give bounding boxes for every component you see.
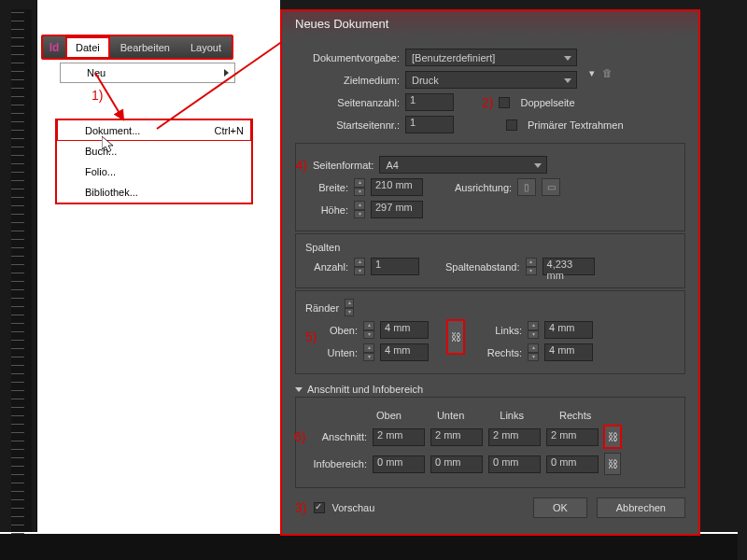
submenu-item-shortcut: Ctrl+N (215, 125, 244, 136)
chevron-down-icon (295, 387, 303, 392)
format-dropdown[interactable]: A4 (379, 156, 547, 174)
delete-preset-icon[interactable]: 🗑 (602, 67, 613, 79)
primary-frame-checkbox[interactable] (506, 119, 517, 131)
annotation-6: 6) (294, 429, 305, 444)
margin-top-input[interactable]: 4 mm (380, 321, 429, 339)
startpage-label: Startseitennr.: (295, 119, 400, 131)
slug-label: Infobereich: (305, 458, 367, 469)
ok-button[interactable]: OK (533, 497, 587, 518)
annotation-5: 5) (305, 329, 317, 344)
bleed-section-toggle[interactable]: Anschnitt und Infobereich (295, 384, 685, 395)
menubar: Id Datei Bearbeiten Layout (41, 35, 233, 60)
submenu-item-label: Dokument... (85, 125, 140, 136)
cancel-button[interactable]: Abbrechen (597, 497, 685, 518)
width-stepper[interactable]: ▴▾ (354, 178, 365, 196)
margin-right-label: Rechts: (458, 347, 522, 358)
facing-checkbox[interactable] (499, 97, 510, 108)
preview-checkbox[interactable] (314, 502, 325, 513)
margins-section-stepper[interactable]: ▴▾ (345, 299, 354, 316)
orientation-landscape-icon[interactable]: ▭ (542, 178, 560, 196)
columns-section-title: Spalten (305, 242, 675, 253)
pages-label: Seitenanzahl: (295, 97, 400, 108)
col-left: Links (500, 410, 524, 421)
dialog-title: Neues Dokument (295, 17, 388, 31)
menu-layout[interactable]: Layout (180, 36, 232, 59)
margin-right-input[interactable]: 4 mm (544, 343, 593, 361)
slug-right-input[interactable]: 0 mm (546, 455, 599, 473)
margins-link-icon[interactable]: ⛓ (447, 320, 464, 354)
submenu-item-label: Buch... (85, 146, 117, 157)
submenu-item-document[interactable]: Dokument... Ctrl+N (57, 119, 251, 141)
col-right: Rechts (559, 410, 591, 421)
gutter-input[interactable]: 4,233 mm (543, 258, 595, 275)
menu-file-new-label: Neu (87, 67, 106, 78)
preset-dropdown[interactable]: [Benutzerdefiniert] (405, 49, 577, 66)
intent-dropdown[interactable]: Druck (405, 71, 577, 89)
col-top: Oben (376, 410, 402, 421)
annotation-4: 4) (289, 158, 307, 173)
annotation-2: 2) (482, 95, 493, 110)
preset-label: Dokumentvorgabe: (295, 52, 400, 63)
format-label: Seitenformat: (313, 160, 374, 171)
height-stepper[interactable]: ▴▾ (354, 201, 365, 218)
menu-edit[interactable]: Bearbeiten (110, 36, 180, 59)
width-label: Breite: (305, 182, 348, 193)
submenu-item-label: Bibliothek... (85, 187, 138, 198)
margin-right-stepper[interactable]: ▴▾ (528, 343, 539, 361)
submenu-new: Dokument... Ctrl+N Buch... Folio... Bibl… (55, 119, 253, 204)
new-document-dialog: Neues Dokument Dokumentvorgabe: [Benutze… (280, 9, 700, 536)
gutter-stepper[interactable]: ▴▾ (526, 258, 537, 275)
height-label: Höhe: (305, 204, 348, 216)
slug-bottom-input[interactable]: 0 mm (430, 455, 483, 473)
cols-count-input[interactable]: 1 (371, 258, 419, 275)
width-input[interactable]: 210 mm (371, 178, 423, 196)
col-bottom: Unten (437, 410, 464, 421)
margin-left-stepper[interactable]: ▴▾ (528, 321, 539, 339)
orientation-portrait-icon[interactable]: ▯ (517, 178, 536, 196)
indesign-app-icon: Id (43, 36, 65, 58)
bleed-section-title: Anschnitt und Infobereich (307, 384, 423, 395)
submenu-item-folio[interactable]: Folio... (57, 161, 251, 182)
dialog-title-bar: Neues Dokument (282, 11, 698, 36)
save-preset-icon[interactable]: ▾ (589, 67, 595, 79)
pages-input[interactable]: 1 (405, 93, 454, 111)
intent-label: Zielmedium: (295, 75, 400, 86)
submenu-item-label: Folio... (85, 166, 116, 177)
bleed-bottom-input[interactable]: 2 mm (430, 428, 483, 446)
margin-bottom-stepper[interactable]: ▴▾ (363, 343, 374, 361)
bleed-left-input[interactable]: 2 mm (488, 428, 541, 446)
cols-count-stepper[interactable]: ▴▾ (354, 258, 365, 275)
preview-label: Vorschau (331, 502, 374, 513)
margin-bottom-input[interactable]: 4 mm (380, 343, 429, 361)
cols-count-label: Anzahl: (305, 261, 348, 273)
margins-section-title: Ränder (305, 302, 339, 314)
height-input[interactable]: 297 mm (371, 201, 423, 218)
submenu-item-book[interactable]: Buch... (57, 141, 251, 161)
slug-link-icon[interactable]: ⛓ (604, 453, 621, 475)
bleed-link-icon[interactable]: ⛓ (604, 426, 621, 448)
menu-file-new[interactable]: Neu (60, 63, 235, 83)
bleed-label: Anschnitt: (305, 431, 367, 442)
slug-left-input[interactable]: 0 mm (488, 455, 541, 473)
slug-top-input[interactable]: 0 mm (373, 455, 425, 473)
orientation-label: Ausrichtung: (455, 182, 512, 193)
margin-top-stepper[interactable]: ▴▾ (363, 321, 374, 339)
bleed-top-input[interactable]: 2 mm (373, 428, 425, 446)
gutter-label: Spaltenabstand: (445, 261, 520, 273)
annotation-3: 3) (295, 500, 306, 515)
primary-frame-label: Primärer Textrahmen (528, 119, 624, 131)
menu-file[interactable]: Datei (65, 36, 110, 59)
margin-bottom-label: Unten: (305, 347, 358, 358)
facing-label: Doppelseite (520, 97, 574, 108)
bleed-right-input[interactable]: 2 mm (546, 428, 599, 446)
margin-left-input[interactable]: 4 mm (544, 321, 593, 339)
startpage-input[interactable]: 1 (405, 116, 454, 133)
annotation-1: 1) (92, 88, 103, 103)
margin-left-label: Links: (458, 325, 522, 336)
submenu-item-library[interactable]: Bibliothek... (57, 182, 251, 203)
